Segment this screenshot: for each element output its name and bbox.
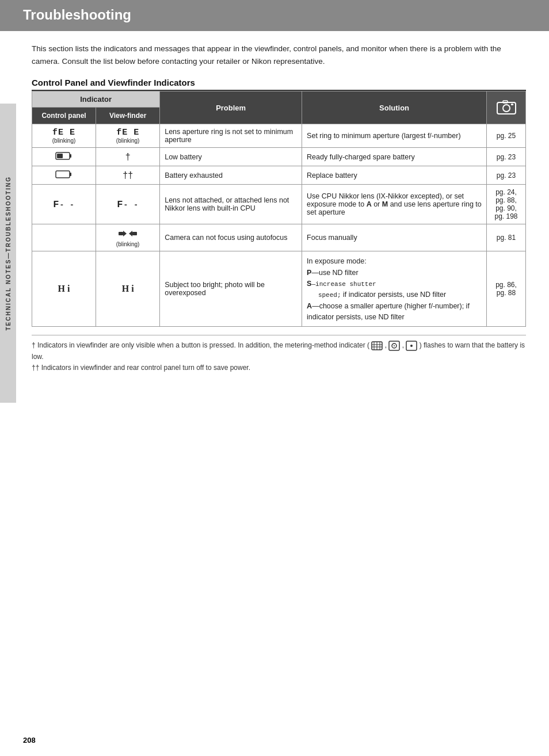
solution-list: In exposure mode: P—use ND filter S—incr… (307, 256, 482, 323)
control-symbol: fE E (blinking) (32, 124, 96, 148)
svg-marker-12 (129, 231, 132, 236)
problem-text: Low battery (160, 148, 302, 166)
sub-header-viewfinder: View-finder (96, 108, 160, 124)
table-row: †† Battery exhausted Replace battery pg.… (32, 166, 526, 185)
footnotes: † Indicators in viewfinder are only visi… (32, 335, 526, 373)
center-icon (388, 341, 400, 351)
control-symbol: F- - (32, 185, 96, 224)
problem-text: Subject too bright; photo will be overex… (160, 251, 302, 327)
camera-icon (496, 99, 517, 115)
svg-rect-8 (70, 173, 71, 176)
page-ref: pg. 25 (487, 124, 526, 148)
matrix-icon (371, 341, 383, 350)
svg-rect-5 (70, 154, 71, 158)
solution-text: Ready fully-charged spare battery (302, 148, 487, 166)
svg-point-23 (410, 345, 413, 347)
solution-text: Focus manually (302, 224, 487, 251)
svg-rect-6 (57, 154, 63, 158)
header-indicator: Indicator (32, 91, 160, 108)
table-row: fE E (blinking) fE E (blinking) Lens ape… (32, 124, 526, 148)
page-ref: pg. 81 (487, 224, 526, 251)
svg-rect-9 (119, 232, 123, 235)
main-content: This section lists the indicators and me… (0, 31, 549, 385)
page-ref: pg. 86,pg. 88 (487, 251, 526, 327)
side-tab: TECHNICAL NOTES—TROUBLESHOOTING (0, 104, 16, 403)
problem-text: Lens aperture ring is not set to minimum… (160, 124, 302, 148)
sub-header-control: Control panel (32, 108, 96, 124)
table-row: † Low battery Ready fully-charged spare … (32, 148, 526, 166)
page-ref: pg. 24,pg. 88,pg. 90,pg. 198 (487, 185, 526, 224)
viewfinder-symbol: (blinking) (96, 224, 160, 251)
svg-marker-10 (123, 231, 127, 236)
trouble-table: Indicator Problem Solution Cont (32, 91, 526, 327)
header-problem: Problem (160, 91, 302, 124)
title-bar: Troubleshooting (0, 0, 549, 30)
page-number: 208 (23, 736, 36, 744)
spot-icon (406, 341, 417, 351)
control-symbol (32, 224, 96, 251)
battery-empty-icon (55, 170, 73, 179)
solution-text: Use CPU Nikkor lens (IX-Nikkor excepted)… (302, 185, 487, 224)
table-row: F- - F- - Lens not attached, or attached… (32, 185, 526, 224)
footnote1: † Indicators in viewfinder are only visi… (32, 340, 526, 362)
focus-icon (117, 228, 138, 239)
problem-text: Camera can not focus using autofocus (160, 224, 302, 251)
viewfinder-symbol: H i (96, 251, 160, 327)
intro-paragraph: This section lists the indicators and me… (32, 43, 526, 67)
svg-point-1 (503, 105, 510, 112)
header-icon (487, 91, 526, 124)
solution-text: In exposure mode: P—use ND filter S—incr… (302, 251, 487, 327)
table-row: H i H i Subject too bright; photo will b… (32, 251, 526, 327)
svg-point-21 (394, 345, 395, 346)
svg-rect-3 (511, 104, 513, 105)
page: TECHNICAL NOTES—TROUBLESHOOTING Troubles… (0, 0, 549, 756)
solution-text: Set ring to minimum aperture (largest f/… (302, 124, 487, 148)
control-symbol (32, 166, 96, 185)
page-title: Troubleshooting (23, 7, 537, 23)
svg-rect-7 (56, 171, 70, 178)
viewfinder-symbol: fE E (blinking) (96, 124, 160, 148)
table-row: (blinking) Camera can not focus using au… (32, 224, 526, 251)
viewfinder-symbol: F- - (96, 185, 160, 224)
control-symbol (32, 148, 96, 166)
problem-text: Lens not attached, or attached lens not … (160, 185, 302, 224)
control-symbol: H i (32, 251, 96, 327)
page-ref: pg. 23 (487, 148, 526, 166)
viewfinder-symbol: † (96, 148, 160, 166)
side-tab-label: TECHNICAL NOTES—TROUBLESHOOTING (5, 176, 12, 330)
page-ref: pg. 23 (487, 166, 526, 185)
header-solution: Solution (302, 91, 487, 124)
viewfinder-symbol: †† (96, 166, 160, 185)
battery-half-icon (55, 151, 73, 161)
problem-text: Battery exhausted (160, 166, 302, 185)
svg-rect-11 (132, 232, 137, 235)
solution-text: Replace battery (302, 166, 487, 185)
footnote2: †† Indicators in viewfinder and rear con… (32, 362, 526, 373)
section-heading: Control Panel and Viewfinder Indicators (32, 78, 526, 91)
